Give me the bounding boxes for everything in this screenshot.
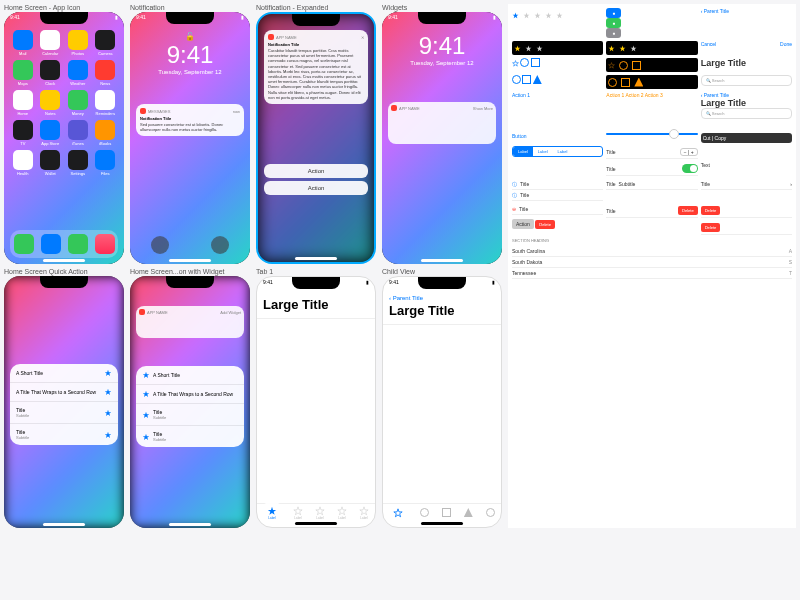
slider[interactable]: [606, 133, 697, 135]
flashlight-button[interactable]: [151, 236, 169, 254]
phone-child: 9:41▮ ‹ Parent Title Large Title: [382, 276, 502, 528]
quick-action-item[interactable]: A Short Title: [10, 364, 118, 383]
lock-screen: 🔓 9:41 Tuesday, September 12: [130, 32, 250, 75]
delete-button[interactable]: Delete: [678, 206, 698, 215]
list-row[interactable]: ⓘTitle: [512, 179, 603, 190]
done-link[interactable]: Done: [780, 41, 792, 47]
widget[interactable]: APP NAMEShow More: [388, 102, 496, 144]
phone-widgets: 9:41▮ 9:41 Tuesday, September 12 APP NAM…: [382, 12, 502, 264]
quick-action-menu: A Short Title A Title That Wraps to a Se…: [10, 364, 118, 445]
back-button[interactable]: ‹ Parent Title: [389, 295, 495, 301]
phone-icon[interactable]: [14, 234, 34, 254]
label-widgets: Widgets: [382, 4, 502, 11]
action-link[interactable]: Action 1: [512, 92, 530, 98]
dock: [10, 230, 118, 258]
phone-notif: 9:41▮ 🔓 9:41 Tuesday, September 12 MESSA…: [130, 12, 250, 264]
tab-circle[interactable]: [486, 508, 495, 517]
list-item[interactable]: South CarolinaA: [512, 246, 792, 257]
notification-card[interactable]: MESSAGESnow Notification Title Sed posue…: [136, 104, 244, 136]
home-grid: Mail Calendar Photos Camera Maps Clock W…: [10, 30, 118, 176]
rating-dark[interactable]: [512, 41, 603, 55]
tab-circle[interactable]: [420, 508, 429, 517]
button-text[interactable]: Button: [512, 133, 526, 139]
phone-quickw: APP NAMEAdd Widget A Short Title A Title…: [130, 276, 250, 528]
section-heading: SECTION HEADING: [512, 238, 792, 243]
segmented-control[interactable]: LabelLabelLabel: [512, 146, 603, 157]
label-notif: Notification: [130, 4, 250, 11]
lock-icon: 🔓: [130, 32, 250, 41]
label-child: Child View: [382, 268, 502, 275]
safari-icon[interactable]: [41, 234, 61, 254]
label-notif-exp: Notification - Expanded: [256, 4, 376, 11]
phone-tab1: 9:41▮ Large Title Label Label Label Labe…: [256, 276, 376, 528]
pill-button[interactable]: ●: [606, 8, 621, 18]
large-title: Large Title: [263, 297, 369, 312]
messages-icon[interactable]: [68, 234, 88, 254]
nav-back[interactable]: ‹ Parent Title: [701, 8, 792, 14]
search-field[interactable]: 🔍 Search: [701, 75, 792, 86]
lock-date: Tuesday, September 12: [130, 69, 250, 75]
components-panel: ●●● ‹ Parent Title Cancel Done Large Tit…: [508, 4, 796, 528]
notif-action-button[interactable]: Action: [264, 164, 368, 178]
tab-item[interactable]: Label: [263, 502, 281, 524]
tab-square[interactable]: [442, 508, 451, 517]
phone-home: 9:41▮ Mail Calendar Photos Camera Maps C…: [4, 12, 124, 264]
cancel-link[interactable]: Cancel: [701, 41, 717, 47]
label-quickw: Home Screen...on with Widget: [130, 268, 250, 275]
phone-quick: A Short Title A Title That Wraps to a Se…: [4, 276, 124, 528]
stepper[interactable]: − | +: [680, 148, 698, 156]
tab-triangle[interactable]: [464, 508, 473, 517]
camera-button[interactable]: [211, 236, 229, 254]
action-link[interactable]: Action 1: [606, 92, 624, 98]
lock-time: 9:41: [130, 41, 250, 69]
large-title: Large Title: [389, 303, 495, 318]
phone-notif-exp: APP NAME✕ Notification Title Curabitur b…: [256, 12, 376, 264]
label-tab1: Tab 1: [256, 268, 376, 275]
music-icon[interactable]: [95, 234, 115, 254]
label-home: Home Screen - App Icon: [4, 4, 124, 11]
notif-action-button[interactable]: Action: [264, 181, 368, 195]
switch[interactable]: [682, 164, 698, 173]
expanded-notification[interactable]: APP NAME✕ Notification Title Curabitur b…: [264, 30, 368, 104]
label-quick: Home Screen Quick Action: [4, 268, 124, 275]
tab-star[interactable]: [389, 504, 407, 522]
app-icon[interactable]: Mail: [10, 30, 36, 56]
widget-card[interactable]: APP NAMEAdd Widget: [136, 306, 244, 338]
